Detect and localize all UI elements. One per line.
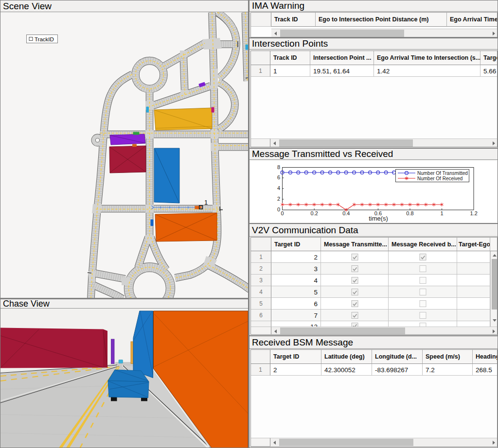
svg-text:TrackID: TrackID — [35, 36, 54, 42]
svg-text:0: 0 — [281, 210, 284, 216]
svg-text:8: 8 — [277, 164, 280, 170]
svg-text:1: 1 — [204, 199, 208, 206]
svg-text:1.2: 1.2 — [470, 210, 478, 216]
svg-text:4: 4 — [277, 185, 280, 191]
svg-text:Number Of Transmitted: Number Of Transmitted — [417, 171, 468, 176]
svg-text:time(s): time(s) — [369, 215, 388, 222]
svg-text:2: 2 — [277, 196, 280, 202]
svg-text:0.8: 0.8 — [406, 210, 413, 216]
svg-text:Number Of Received: Number Of Received — [417, 176, 462, 181]
svg-text:1: 1 — [441, 210, 444, 216]
svg-text:0.2: 0.2 — [311, 210, 318, 216]
svg-text:0: 0 — [277, 207, 280, 212]
svg-text:6: 6 — [277, 174, 280, 180]
